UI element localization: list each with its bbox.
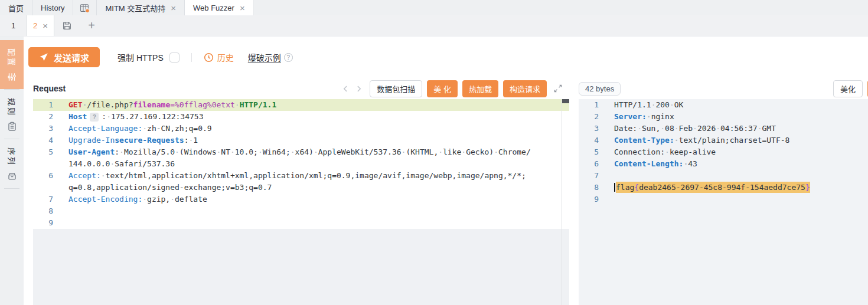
code-line[interactable]: Content-Length:·43 xyxy=(599,158,868,170)
response-line-7: 7 xyxy=(579,170,868,182)
line-number: 6 xyxy=(33,170,53,182)
code-line[interactable] xyxy=(53,217,569,229)
fullscreen-button[interactable] xyxy=(554,84,562,93)
line-number: 5 xyxy=(33,146,53,158)
code-line[interactable]: Host?:·175.27.169.122:34753 xyxy=(53,111,569,123)
code-line[interactable]: User-Agent:·Mozilla/5.0·(Windows·NT·10.0… xyxy=(53,146,569,170)
chevron-right-icon xyxy=(355,85,363,93)
response-panel: 42 bytes 美化 编 1HTTP/1.1·200·OK2Server:·n… xyxy=(579,78,868,305)
tab-首页[interactable]: 首页 xyxy=(0,0,32,15)
request-line-9: 9 xyxy=(33,217,569,229)
code-line[interactable]: Upgrade-Insecure-Requests:·1 xyxy=(53,135,569,146)
fuzzer-toolbar: 发送请求 强制 HTTPS 历史 爆破示例 ? xyxy=(24,37,868,78)
prev-packet-button[interactable] xyxy=(339,85,352,93)
response-line-8: 8flag{deab2465-2697-45c8-994f-154aedd7ce… xyxy=(579,182,868,194)
main-tabbar: 首页HistoryMITM 交互式劫持×Web Fuzzer× xyxy=(0,0,868,15)
chevron-left-icon xyxy=(342,85,350,93)
close-icon[interactable]: × xyxy=(171,4,176,12)
construct-request-button[interactable]: 构造请求 xyxy=(503,80,547,97)
fuzzer-page-tab-label: 1 xyxy=(11,21,15,30)
sliders-icon xyxy=(7,72,17,82)
sidebar-item-序列[interactable]: 序列 xyxy=(0,139,24,188)
add-fuzzer-tab-button[interactable]: + xyxy=(79,15,104,36)
code-line[interactable]: HTTP/1.1·200·OK xyxy=(599,99,868,111)
history-button[interactable]: 历史 xyxy=(204,51,234,63)
main-body: 配置规则序列 发送请求 强制 HTTPS xyxy=(0,37,868,305)
tab-label: MITM 交互式劫持 xyxy=(105,2,165,14)
line-number: 1 xyxy=(33,99,53,111)
fuzzer-page-tab-1[interactable]: 1 xyxy=(0,15,27,36)
code-line[interactable]: Accept-Encoding:·gzip,·deflate xyxy=(53,194,569,205)
scrollbar-thumb[interactable] xyxy=(562,99,569,103)
code-line[interactable]: Date:·Sun,·08·Feb·2026·04:56:37·GMT xyxy=(599,123,868,135)
beautify-button[interactable]: 美 化 xyxy=(427,80,458,97)
code-segment: Upgrade-In xyxy=(68,136,115,145)
line-number: 7 xyxy=(579,170,599,182)
request-line-1: 1GET·/file.php?filename=%0fflag%0etxt·HT… xyxy=(33,99,569,111)
packet-scan-button[interactable]: 数据包扫描 xyxy=(370,80,422,97)
tab-icon-2[interactable] xyxy=(73,0,97,15)
tab-mitm-交互式劫持[interactable]: MITM 交互式劫持× xyxy=(97,0,185,15)
tab-label: 首页 xyxy=(8,2,24,14)
code-segment: Content-Length:· xyxy=(614,159,688,168)
close-icon[interactable]: × xyxy=(43,21,48,31)
blast-example-link[interactable]: 爆破示例 ? xyxy=(248,51,293,63)
request-title: Request xyxy=(33,84,66,93)
help-icon[interactable]: ? xyxy=(284,53,293,62)
send-request-label: 发送请求 xyxy=(54,51,89,64)
request-line-4: 4Upgrade-Insecure-Requests:·1 xyxy=(33,135,569,146)
code-segment: 175.27.169.122:34753 xyxy=(111,112,204,121)
response-editor[interactable]: 1HTTP/1.1·200·OK2Server:·nginx3Date:·Sun… xyxy=(579,99,868,305)
code-line[interactable]: GET·/file.php?filename=%0fflag%0etxt·HTT… xyxy=(53,99,569,111)
tab-history[interactable]: History xyxy=(32,0,73,15)
code-segment: Accept-Language:· xyxy=(68,124,147,133)
tab-web-fuzzer[interactable]: Web Fuzzer× xyxy=(185,0,254,15)
send-request-button[interactable]: 发送请求 xyxy=(28,47,100,67)
code-segment: flag xyxy=(616,182,634,193)
code-line[interactable]: flag{deab2465-2697-45c8-994f-154aedd7ce7… xyxy=(599,182,868,194)
blast-example-label: 爆破示例 xyxy=(248,51,281,63)
request-editor[interactable]: 1GET·/file.php?filename=%0fflag%0etxt·HT… xyxy=(33,99,569,305)
code-segment: HTTP/1.1 xyxy=(240,100,277,109)
code-segment: text/plain;charset=UTF-8 xyxy=(679,136,790,145)
request-line-6: 6Accept:·text/html,application/xhtml+xml… xyxy=(33,170,569,194)
force-https-control: 强制 HTTPS xyxy=(118,51,180,63)
code-line[interactable]: Connection:·keep-alive xyxy=(599,146,868,158)
line-number: 9 xyxy=(579,194,599,205)
fuzzer-page-tab-2[interactable]: 2× xyxy=(27,15,54,36)
request-panel: Request 数据包扫描 美 化 xyxy=(33,78,569,305)
code-line[interactable]: Accept:·text/html,application/xhtml+xml,… xyxy=(53,170,569,194)
response-beautify-button[interactable]: 美化 xyxy=(833,80,863,97)
code-segment: Accept:· xyxy=(68,171,106,180)
line-number: 4 xyxy=(579,135,599,146)
code-segment: secure-Requests xyxy=(115,136,184,145)
code-line[interactable]: Server:·nginx xyxy=(599,111,868,123)
editor-panels: Request 数据包扫描 美 化 xyxy=(24,78,868,305)
sidebar-item-label: 规则 xyxy=(6,98,18,117)
code-line[interactable]: Content-Type:·text/plain;charset=UTF-8 xyxy=(599,135,868,146)
hotload-button[interactable]: 热加载 xyxy=(462,80,498,97)
code-segment: zh-CN,zh;q=0.9 xyxy=(147,124,212,133)
code-line[interactable] xyxy=(599,194,868,205)
response-header: 42 bytes 美化 编 xyxy=(579,78,868,99)
response-line-5: 5Connection:·keep-alive xyxy=(579,146,868,158)
sidebar-item-配置[interactable]: 配置 xyxy=(0,40,24,89)
sidebar-item-规则[interactable]: 规则 xyxy=(0,90,24,139)
force-https-checkbox[interactable] xyxy=(169,53,180,63)
code-line[interactable] xyxy=(599,170,868,182)
host-tag-badge[interactable]: ? xyxy=(90,113,99,122)
response-line-3: 3Date:·Sun,·08·Feb·2026·04:56:37·GMT xyxy=(579,123,868,135)
response-line-4: 4Content-Type:·text/plain;charset=UTF-8 xyxy=(579,135,868,146)
close-icon[interactable]: × xyxy=(240,4,245,12)
save-fuzzer-button[interactable] xyxy=(54,15,79,36)
request-scrollbar[interactable] xyxy=(562,99,569,305)
code-segment: :· xyxy=(102,112,111,121)
next-packet-button[interactable] xyxy=(352,85,365,93)
sidebar-item-label: 序列 xyxy=(6,147,18,166)
code-line[interactable]: Accept-Language:·zh-CN,zh;q=0.9 xyxy=(53,123,569,135)
text-cursor xyxy=(614,183,615,192)
code-segment: nginx xyxy=(651,112,674,121)
code-line[interactable] xyxy=(53,205,569,217)
line-number: 6 xyxy=(579,158,599,170)
tab-label: Web Fuzzer xyxy=(193,4,234,12)
